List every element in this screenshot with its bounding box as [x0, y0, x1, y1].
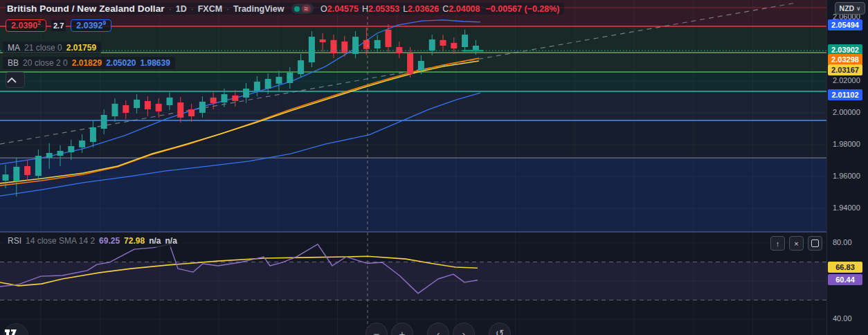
bb-name: BB: [8, 58, 19, 68]
candle-body: [243, 89, 249, 98]
candle-body: [90, 127, 96, 142]
scroll-right-button[interactable]: ›: [453, 323, 475, 335]
ask-sup-digit: 9: [103, 20, 107, 26]
close-pane-button[interactable]: ×: [789, 236, 804, 251]
candle-body: [407, 53, 413, 74]
scroll-left-button[interactable]: ‹: [427, 323, 449, 335]
mid-zone: [0, 120, 826, 158]
rsi-value: 69.25: [99, 236, 120, 246]
chevron-up-icon: [6, 77, 17, 84]
candle-body: [418, 61, 424, 71]
candle-body: [134, 100, 140, 108]
high-label: H: [362, 4, 368, 14]
chevron-right-icon: ›: [462, 328, 466, 335]
candle-body: [145, 101, 151, 109]
navy-zone: [0, 158, 826, 231]
candle-body: [123, 105, 129, 113]
close-value: 2.04008: [449, 4, 480, 14]
separator-dot: ·: [226, 4, 229, 14]
bid-price-button[interactable]: 2.03902: [6, 19, 46, 32]
ma-indicator-legend[interactable]: MA 21 close 0 2.01759: [3, 42, 101, 54]
maximize-pane-button[interactable]: [808, 236, 822, 251]
high-value: 2.05353: [368, 4, 399, 14]
change-value: −0.00567 (−0.28%): [486, 4, 560, 14]
rsi-sma-value: 72.98: [124, 236, 145, 246]
ask-value: 2.0392: [76, 21, 102, 30]
rsi-indicator-legend[interactable]: RSI 14 close SMA 14 2 69.25 72.98 n/a n/…: [3, 235, 182, 247]
close-icon: ×: [794, 239, 798, 248]
candle-body: [188, 109, 195, 116]
brand-label: TradingView: [233, 4, 284, 14]
rsi-pane[interactable]: [0, 233, 826, 335]
candle-body: [24, 166, 30, 175]
candle-body: [363, 40, 370, 49]
rsi-pane-controls: ↑ ×: [770, 236, 822, 251]
chart-nav-toolbar: − + ‹ › ↺: [365, 323, 511, 335]
candle-body: [462, 35, 468, 47]
rsi-badge: 60.44: [828, 274, 862, 285]
open-label: O: [320, 4, 327, 14]
bb-basis-value: 2.01829: [72, 58, 102, 68]
market-status-indicator[interactable]: ≈: [291, 3, 314, 14]
interval-label[interactable]: 1D: [176, 4, 187, 14]
open-value: 2.04575: [327, 4, 359, 14]
price-badge: 2.05494: [828, 19, 862, 30]
candle-body: [331, 40, 337, 53]
candle-body: [13, 167, 19, 181]
rsi-name: RSI: [8, 236, 21, 246]
pane-separator[interactable]: [0, 231, 868, 233]
price-axis-label: 1.94000: [833, 203, 860, 212]
bid-value: 2.0390: [11, 21, 37, 30]
candle-body: [276, 77, 282, 84]
candle-body: [167, 98, 173, 105]
legend-collapse-button[interactable]: [6, 72, 25, 88]
zoom-in-button[interactable]: +: [391, 323, 413, 335]
price-axis-label: 2.02000: [833, 76, 860, 84]
candle-body: [101, 115, 107, 129]
candle-body: [309, 37, 315, 62]
move-pane-up-button[interactable]: ↑: [770, 236, 785, 251]
exchange-label[interactable]: FXCM: [198, 4, 222, 14]
currency-dropdown[interactable]: NZD ∨: [835, 2, 865, 15]
spread-value: 2.7: [51, 20, 66, 31]
candle-body: [287, 73, 293, 83]
zoom-out-button[interactable]: −: [365, 323, 388, 335]
candle-body: [46, 153, 53, 158]
price-axis[interactable]: NZD ∨ 2.060002.020002.000001.980001.9600…: [826, 0, 868, 335]
separator-dot: ·: [191, 4, 194, 14]
rsi-na-value-1: n/a: [149, 236, 161, 246]
symbol-legend: British Pound / New Zealand Dollar · 1D …: [6, 3, 564, 15]
symbol-title[interactable]: British Pound / New Zealand Dollar: [7, 3, 165, 14]
ma-params: 21 close 0: [24, 43, 62, 53]
bb-indicator-legend[interactable]: BB 20 close 2 0 2.01829 2.05020 1.98639: [3, 57, 175, 69]
price-badge: 2.03298: [828, 54, 862, 65]
teal-zone: [0, 72, 826, 91]
low-value: 2.03626: [408, 4, 439, 14]
bb-upper-value: 2.05020: [106, 58, 136, 68]
plus-icon: +: [399, 328, 406, 335]
rsi-axis-label: 80.00: [833, 238, 852, 246]
rsi-na-value-2: n/a: [165, 236, 177, 246]
bb-params: 20 close 2 0: [23, 58, 68, 68]
candle-body: [35, 156, 42, 176]
candle-body: [396, 47, 402, 53]
reset-chart-button[interactable]: ↺: [489, 323, 511, 335]
candle-body: [79, 141, 85, 147]
candle-body: [298, 60, 304, 74]
candle-body: [473, 46, 479, 50]
main-chart-pane[interactable]: [0, 0, 826, 231]
rsi-params: 14 close SMA 14 2: [26, 236, 95, 246]
realtime-status-icon: [294, 6, 300, 12]
chevron-down-icon: ∨: [856, 6, 860, 12]
reset-icon: ↺: [496, 327, 505, 335]
candle-body: [3, 174, 9, 181]
ohlc-readout: O2.04575 H2.05353 L2.03626 C2.04008: [320, 4, 480, 14]
rsi-badge: 66.83: [828, 262, 862, 273]
candle-body: [199, 102, 206, 113]
ma-name: MA: [8, 43, 20, 53]
ma-value: 2.01759: [66, 43, 96, 53]
ask-price-button[interactable]: 2.03929: [71, 19, 111, 32]
bid-sup-digit: 2: [37, 20, 41, 26]
price-badge: 2.01102: [828, 89, 862, 100]
tv-logo-icon: [4, 328, 18, 335]
